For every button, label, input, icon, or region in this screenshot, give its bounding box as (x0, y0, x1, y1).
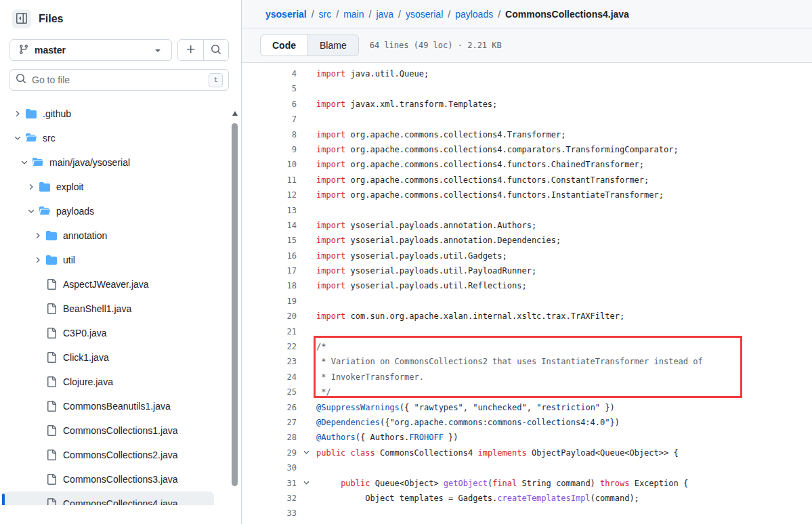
tree-item-beanshell1-java[interactable]: BeanShell1.java (4, 297, 214, 321)
line-number[interactable]: 33 (242, 506, 297, 521)
line-number[interactable]: 14 (242, 218, 297, 233)
breadcrumb-link-main[interactable]: main (343, 9, 364, 20)
new-file-button[interactable] (178, 40, 203, 60)
line-number[interactable]: 28 (242, 430, 297, 445)
gutter-spacer (297, 506, 316, 521)
line-number[interactable]: 31 (242, 476, 297, 491)
line-number[interactable]: 25 (242, 385, 297, 399)
code-line-20: 20import com.sun.org.apache.xalan.intern… (242, 309, 812, 324)
code-text: * Variation on CommonsCollections2 that … (316, 354, 812, 369)
line-number[interactable]: 30 (242, 460, 297, 475)
gutter-spacer (297, 263, 316, 278)
chevron-down-icon (18, 158, 31, 167)
tree-item-main-java-ysoserial[interactable]: main/java/ysoserial (4, 150, 214, 175)
code-text: public Queue<Object> getObject(final Str… (316, 476, 812, 491)
tree-item-commonscollections1-java[interactable]: CommonsCollections1.java (4, 418, 214, 443)
tree-item-commonsbeanutils1-java[interactable]: CommonsBeanutils1.java (4, 394, 214, 418)
tree-item-label: .github (43, 108, 71, 119)
tab-blame[interactable]: Blame (308, 35, 358, 56)
line-number[interactable]: 9 (242, 142, 297, 157)
breadcrumb-link-src[interactable]: src (319, 9, 332, 20)
line-number[interactable]: 18 (242, 278, 297, 293)
gutter-spacer (297, 385, 316, 399)
gutter-spacer (297, 324, 316, 339)
shortcut-key-badge: t (209, 73, 223, 87)
fold-chevron-icon[interactable] (297, 476, 316, 491)
line-number[interactable]: 32 (242, 491, 297, 506)
breadcrumb-link-ysoserial[interactable]: ysoserial (406, 9, 443, 20)
line-number[interactable]: 5 (242, 81, 297, 96)
code-text: import ysoserial.payloads.annotation.Aut… (316, 218, 812, 233)
tree-item-label: src (43, 133, 56, 144)
tab-code[interactable]: Code (261, 35, 308, 56)
scrollbar-up-arrow[interactable] (232, 111, 238, 116)
line-number[interactable]: 22 (242, 339, 297, 354)
file-toolbar: Code Blame 64 lines (49 loc) · 2.21 KB (242, 28, 812, 63)
file-icon (46, 450, 57, 460)
tree-item-src[interactable]: src (4, 126, 214, 150)
tree-item-payloads[interactable]: payloads (4, 199, 214, 223)
line-number[interactable]: 23 (242, 354, 297, 369)
breadcrumb-link-payloads[interactable]: payloads (455, 9, 493, 20)
tree-item-exploit[interactable]: exploit (4, 175, 214, 199)
breadcrumb-separator: / (398, 9, 401, 20)
line-number[interactable]: 15 (242, 233, 297, 248)
line-number[interactable]: 27 (242, 415, 297, 430)
breadcrumb-separator: / (312, 9, 314, 20)
gutter-spacer (297, 203, 316, 218)
line-number[interactable]: 24 (242, 370, 297, 385)
line-number[interactable]: 20 (242, 309, 297, 324)
tree-item-c3p0-java[interactable]: C3P0.java (4, 321, 214, 345)
line-number[interactable]: 17 (242, 263, 297, 278)
fold-chevron-icon[interactable] (297, 445, 316, 460)
line-number[interactable]: 26 (242, 400, 297, 415)
line-number[interactable]: 10 (242, 157, 297, 172)
line-number[interactable]: 12 (242, 188, 297, 202)
search-repo-button[interactable] (203, 40, 228, 60)
line-number[interactable]: 19 (242, 294, 297, 309)
breadcrumb-link-java[interactable]: java (376, 9, 393, 20)
code-line-32: 32 Object templates = Gadgets.createTemp… (242, 491, 812, 506)
line-number[interactable]: 16 (242, 248, 297, 263)
gutter-spacer (297, 142, 316, 157)
code-line-6: 6import javax.xml.transform.Templates; (242, 97, 812, 112)
tree-item-clojure-java[interactable]: Clojure.java (4, 370, 214, 394)
code-text: import org.apache.commons.collections4.f… (316, 188, 812, 202)
breadcrumb-link-ysoserial[interactable]: ysoserial (265, 9, 307, 20)
tree-item-click1-java[interactable]: Click1.java (4, 345, 214, 370)
chevron-right-icon (31, 256, 45, 264)
tree-item-label: main/java/ysoserial (49, 157, 130, 168)
line-number[interactable]: 11 (242, 173, 297, 188)
scrollbar-thumb[interactable] (232, 123, 238, 486)
line-number[interactable]: 13 (242, 203, 297, 218)
line-number[interactable]: 7 (242, 112, 297, 127)
tree-item-util[interactable]: util (4, 248, 214, 272)
line-number[interactable]: 4 (242, 66, 297, 81)
line-number[interactable]: 6 (242, 97, 297, 112)
breadcrumb-current-file: CommonsCollections4.java (505, 9, 629, 20)
branch-selector[interactable]: master (9, 39, 172, 61)
folder-icon (26, 108, 37, 119)
code-line-17: 17import ysoserial.payloads.util.Payload… (242, 263, 812, 278)
file-icon (46, 303, 57, 314)
file-tree-scrollbar[interactable] (231, 108, 239, 524)
tree-item-aspectjweaver-java[interactable]: AspectJWeaver.java (4, 272, 214, 297)
line-number[interactable]: 21 (242, 324, 297, 339)
tree-item-commonscollections4-java[interactable]: CommonsCollections4.java (4, 492, 214, 505)
files-panel-header: Files (0, 0, 241, 35)
line-number[interactable]: 8 (242, 127, 297, 142)
tree-item--github[interactable]: .github (4, 102, 214, 126)
gutter-spacer (297, 81, 316, 96)
code-text: Object templates = Gadgets.createTemplat… (316, 491, 812, 506)
tree-item-commonscollections3-java[interactable]: CommonsCollections3.java (4, 467, 214, 492)
tree-item-commonscollections2-java[interactable]: CommonsCollections2.java (4, 443, 214, 467)
line-number[interactable]: 29 (242, 445, 297, 460)
tree-item-annotation[interactable]: annotation (4, 223, 214, 248)
collapse-file-tree-button[interactable] (12, 9, 31, 28)
gutter-spacer (297, 233, 316, 248)
tree-item-label: util (63, 255, 75, 265)
gutter-spacer (297, 97, 316, 112)
code-line-30: 30 (242, 460, 812, 475)
chevron-down-icon (11, 134, 24, 142)
go-to-file-input[interactable]: Go to file t (9, 69, 229, 91)
